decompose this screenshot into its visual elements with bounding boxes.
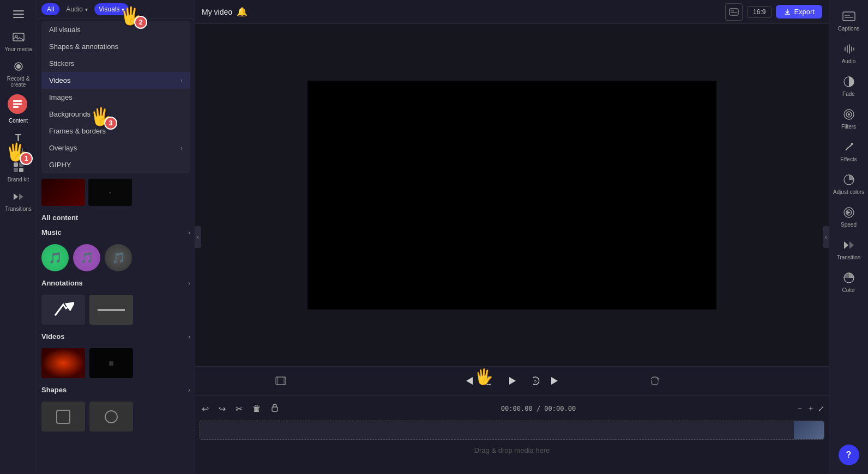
sidebar-item-your-media[interactable]: Your media [0, 26, 37, 56]
right-tool-fade[interactable]: Fade [829, 70, 868, 101]
svg-text:5: 5 [534, 379, 537, 383]
svg-rect-15 [57, 410, 70, 423]
audio-filter-button[interactable]: Audio ▾ [62, 3, 92, 15]
transition-tool-label: Transition [837, 254, 861, 260]
hamburger-menu-button[interactable] [9, 4, 28, 24]
dropdown-item-backgrounds[interactable]: Backgrounds [41, 106, 190, 123]
lock-button[interactable] [269, 402, 281, 415]
shapes-section-header[interactable]: Shapes › [41, 382, 190, 397]
skip-back-button[interactable] [464, 376, 474, 386]
video-thumb-2[interactable]: ■ [89, 348, 133, 378]
dropdown-item-all-visuals[interactable]: All visuals [41, 21, 190, 38]
fullscreen-toggle-button[interactable] [275, 376, 286, 385]
music-item-1[interactable]: 🎵 [41, 244, 69, 271]
visuals-filter-button[interactable]: Visuals ▾ [94, 3, 128, 15]
dropdown-item-images[interactable]: Images [41, 89, 190, 106]
content-avatar [8, 94, 27, 114]
right-tool-effects[interactable]: Effects [829, 135, 868, 167]
dropdown-item-giphy[interactable]: GIPHY [41, 156, 190, 173]
captions-tool-icon [841, 9, 857, 24]
timeline-clip[interactable] [200, 421, 824, 440]
right-tool-speed[interactable]: Speed [829, 200, 868, 232]
shapes-annotations-label: Shapes & annotations [49, 42, 118, 51]
sidebar-item-record-create[interactable]: Record &create [0, 56, 37, 91]
captions-icon[interactable] [725, 3, 743, 21]
images-label: Images [49, 93, 73, 101]
music-icons-row: 🎵 🎵 🎵 [41, 240, 190, 276]
zoom-in-button[interactable]: ＋ [807, 404, 815, 414]
svg-point-32 [848, 113, 850, 116]
sidebar-label-content: Content [9, 118, 28, 124]
shape-thumb-2[interactable] [89, 402, 133, 432]
frames-borders-label: Frames & borders [49, 127, 106, 135]
svg-rect-12 [14, 168, 18, 172]
shapes-title: Shapes [41, 386, 67, 394]
fast-forward-button[interactable]: 5 [531, 375, 541, 386]
right-tool-captions[interactable]: Captions [829, 4, 868, 36]
right-tool-transition[interactable]: Transition [829, 233, 868, 265]
redo-button[interactable]: ↪ [216, 403, 228, 415]
zoom-out-button[interactable]: － [796, 404, 804, 414]
all-filter-button[interactable]: All [41, 3, 59, 15]
sidebar-label-brand: Brand kit [8, 177, 29, 183]
delete-button[interactable]: 🗑 [250, 403, 263, 415]
annotations-section-header[interactable]: Annotations › [41, 276, 190, 290]
preview-thumb-1 [41, 179, 85, 206]
video-canvas [308, 81, 716, 309]
dropdown-item-overlays[interactable]: Overlays › [41, 139, 190, 156]
dropdown-item-shapes[interactable]: Shapes & annotations [41, 38, 190, 55]
transitions-icon [11, 189, 26, 204]
videos-label: Videos [49, 76, 71, 84]
notification-bell-icon[interactable]: 🔔 [237, 7, 248, 17]
music-item-2[interactable]: 🎵 [73, 244, 100, 271]
svg-marker-37 [844, 241, 848, 249]
music-item-3[interactable]: 🎵 [105, 244, 132, 271]
video-thumb-1[interactable] [41, 348, 85, 378]
speed-tool-icon [841, 205, 857, 220]
annotation-thumb-line[interactable] [89, 295, 133, 325]
skip-forward-button[interactable] [550, 376, 560, 386]
sidebar-label-transitions: Transitions [5, 206, 32, 212]
sidebar-item-brand-kit[interactable]: Brand kit [0, 156, 37, 186]
fit-timeline-button[interactable]: ⤢ [818, 404, 824, 414]
svg-rect-8 [13, 104, 22, 105]
speed-tool-label: Speed [841, 222, 857, 228]
shape-thumb-1[interactable] [41, 402, 85, 432]
clip-thumbnail [794, 421, 824, 439]
adjust-colors-tool-label: Adjust colors [833, 189, 864, 195]
right-tool-filters[interactable]: Filters [829, 102, 868, 134]
svg-rect-1 [13, 14, 24, 15]
videos-section-header[interactable]: Videos › [41, 329, 190, 344]
shapes-row [41, 397, 190, 436]
timeline-main-track [200, 421, 824, 440]
annotation-thumb-arrow[interactable] [41, 295, 85, 325]
aspect-ratio-button[interactable]: 16:9 [747, 6, 771, 18]
sidebar-label-record: Record &create [7, 76, 30, 88]
loop-button[interactable] [650, 376, 660, 386]
videos-section-title: Videos [41, 332, 64, 341]
giphy-label: GIPHY [49, 161, 71, 169]
right-tool-adjust-colors[interactable]: Adjust colors [829, 168, 868, 199]
dropdown-item-stickers[interactable]: Stickers [41, 55, 190, 72]
export-label: Export [794, 8, 815, 16]
help-button[interactable]: ? [839, 445, 859, 465]
cut-button[interactable]: ✂ [233, 403, 245, 415]
top-bar-right: 16:9 Export [725, 3, 822, 21]
svg-rect-13 [19, 168, 23, 172]
dropdown-item-frames[interactable]: Frames & borders [41, 123, 190, 139]
sidebar-item-transitions[interactable]: Transitions [0, 186, 37, 215]
sidebar-item-text[interactable]: T Text [0, 127, 37, 156]
export-button[interactable]: Export [776, 5, 822, 19]
play-pause-button[interactable] [502, 371, 522, 391]
undo-button[interactable]: ↩ [200, 403, 211, 415]
right-tool-audio[interactable]: Audio [829, 37, 868, 69]
sidebar-item-content[interactable]: Content [0, 91, 37, 127]
dropdown-item-videos[interactable]: Videos › [41, 72, 190, 89]
preview-area [195, 24, 829, 366]
overlays-label: Overlays [49, 144, 77, 152]
music-section-header[interactable]: Music › [41, 225, 190, 240]
right-tool-color[interactable]: Color [829, 266, 868, 297]
right-panel-collapse-handle[interactable]: ‹ [823, 226, 829, 248]
panel-collapse-handle[interactable]: ‹ [195, 226, 201, 248]
rewind-button[interactable]: 5 [483, 375, 493, 386]
